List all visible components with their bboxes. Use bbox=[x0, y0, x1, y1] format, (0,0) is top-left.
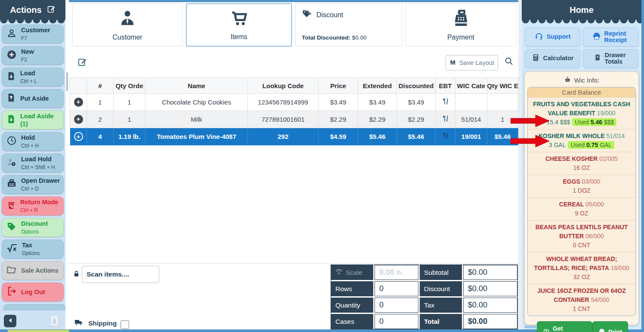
scale-unit: lb. bbox=[396, 269, 403, 276]
header-qty-wic[interactable]: Qty WIC E bbox=[487, 77, 518, 94]
save-layout-button[interactable]: Save Layout bbox=[446, 55, 498, 71]
wic-used-unit: GAL bbox=[600, 141, 612, 148]
print-label: Print bbox=[608, 329, 622, 332]
support-button[interactable]: Support bbox=[525, 28, 580, 46]
get-balance-label: Get Balance bbox=[553, 325, 586, 332]
get-balance-button[interactable]: Get Balance bbox=[537, 321, 592, 332]
table-row-selected[interactable]: + 4 1.19 lb. Tomatoes Plum Vine-4087 292… bbox=[70, 128, 518, 145]
table-row[interactable]: + 1 1 Chocolate Chip Cookies 12345678914… bbox=[70, 94, 518, 111]
cash-register-icon bbox=[6, 178, 17, 191]
sidebar-item-return-mode[interactable]: Return ModeCtrl + R bbox=[2, 197, 64, 215]
sidebar-scrollbar-thumb[interactable] bbox=[66, 72, 68, 91]
file-upload-icon bbox=[6, 92, 16, 105]
sidebar-item-load-aside[interactable]: Load Aside (1) bbox=[2, 111, 64, 129]
scale-value: 0.00lb. bbox=[375, 265, 418, 280]
sidebar-item-load-hold[interactable]: Load HoldCtrl + Shift + H bbox=[2, 154, 64, 172]
sidebar-item-discount[interactable]: DiscountOptions bbox=[2, 218, 64, 237]
sidebar-item-label: Log Out bbox=[21, 289, 45, 295]
reprint-receipt-button[interactable]: Reprint Receipt bbox=[583, 28, 638, 46]
scale-label: Scale bbox=[331, 265, 373, 280]
cell-name: Milk bbox=[146, 111, 248, 128]
scale-value-text: 0.00 bbox=[379, 268, 394, 277]
expand-row-button[interactable]: + bbox=[74, 132, 83, 141]
sidebar-item-load[interactable]: LoadCtrl + L bbox=[2, 68, 64, 86]
sidebar-item-put-aside[interactable]: Put Aside bbox=[2, 89, 64, 108]
wic-used-chip: Used 5.46 $$$ bbox=[572, 118, 616, 126]
home-title: Home bbox=[570, 5, 594, 15]
collapse-sidebar-button[interactable] bbox=[4, 315, 16, 327]
tab-payment[interactable]: Payment bbox=[405, 3, 517, 46]
table-row[interactable]: + 2 1 Milk 727891001601 $2.29 $2.29 $2.2… bbox=[70, 111, 518, 128]
sidebar-item-customer[interactable]: CustomerF7 bbox=[2, 25, 64, 43]
header-price[interactable]: Price bbox=[319, 77, 358, 94]
main-area: Customer Items Discount Total Discounted… bbox=[69, 2, 518, 329]
header-extended[interactable]: Extended bbox=[358, 77, 397, 94]
cell-lookup: 727891001601 bbox=[248, 111, 319, 128]
panel-scrollbar-thumb[interactable] bbox=[524, 326, 536, 328]
cell-price: $2.29 bbox=[319, 111, 358, 128]
tab-discount[interactable]: Discount Total Discounted: $0.00 bbox=[295, 3, 402, 46]
print-button[interactable]: Print bbox=[592, 321, 628, 332]
expand-row-button[interactable]: + bbox=[74, 115, 83, 124]
wic-benefit-code: 02/005 bbox=[599, 155, 618, 162]
support-label: Support bbox=[547, 34, 571, 40]
lock-icon bbox=[73, 270, 80, 280]
drawer-totals-label: Drawer Totals bbox=[605, 52, 628, 65]
wic-benefit-code: 51/014 bbox=[607, 132, 625, 139]
calculator-label: Calculator bbox=[543, 55, 574, 61]
calculator-button[interactable]: Calculator bbox=[525, 49, 580, 68]
cell-lookup: 292 bbox=[248, 128, 319, 145]
header-name[interactable]: Name bbox=[146, 77, 248, 94]
table-header-row: # Qty Orde Name Lookup Code Price Extend… bbox=[70, 77, 518, 94]
grid-toolbar: Save Layout bbox=[69, 50, 518, 75]
rows-value: 0 bbox=[375, 281, 418, 296]
header-lookup-code[interactable]: Lookup Code bbox=[248, 77, 319, 94]
printer-icon bbox=[598, 328, 605, 332]
annotation-arrow-kosher-milk bbox=[511, 135, 549, 147]
expand-row-button[interactable]: + bbox=[74, 98, 83, 107]
header-wic-category[interactable]: WIC Cate bbox=[455, 77, 487, 94]
sidebar-item-clipped[interactable] bbox=[3, 304, 65, 310]
home-panel: Home Support Reprint Receipt Calculator … bbox=[522, 0, 641, 329]
printer-icon bbox=[592, 32, 601, 42]
wic-benefit-qty: 9 OZ bbox=[575, 210, 588, 217]
sidebar-item-hold[interactable]: HoldCtrl + H bbox=[2, 132, 64, 151]
wic-benefit-entry: EGGS 03/000 1 DOZ bbox=[528, 175, 635, 197]
cell-discounted: $3.49 bbox=[397, 94, 436, 111]
tab-items[interactable]: Items bbox=[186, 3, 292, 46]
header-ebt[interactable]: EBT bbox=[436, 77, 455, 94]
scan-items-input[interactable] bbox=[82, 266, 159, 283]
sidebar-item-label: Tax bbox=[22, 242, 32, 249]
drawer-totals-button[interactable]: Drawer Totals bbox=[583, 49, 638, 68]
logout-icon bbox=[6, 286, 17, 298]
actions-title: Actions bbox=[10, 5, 41, 15]
edit-actions-icon[interactable] bbox=[47, 5, 56, 15]
search-icon[interactable] bbox=[504, 56, 514, 68]
sidebar-item-shortcut: Ctrl + Shift + H bbox=[21, 164, 55, 170]
resize-grip[interactable]: || bbox=[50, 315, 59, 326]
sidebar-item-log-out[interactable]: Log Out bbox=[2, 283, 64, 301]
sidebar-item-tax[interactable]: TaxOptions bbox=[2, 240, 64, 258]
shipping-option: Shipping bbox=[73, 317, 129, 329]
wic-used-unit: $$$ bbox=[604, 119, 614, 126]
sidebar-scrollbar[interactable] bbox=[65, 0, 69, 329]
header-qty-ordered[interactable]: Qty Orde bbox=[114, 77, 146, 94]
sidebar-item-sale-actions[interactable]: Sale Actions bbox=[2, 261, 64, 280]
person-icon bbox=[6, 28, 17, 40]
cell-num: 2 bbox=[87, 111, 114, 128]
scale-icon bbox=[335, 268, 343, 277]
tab-label: Items bbox=[230, 33, 247, 41]
total-value: $0.00 bbox=[463, 314, 517, 329]
ebt-fork-knife-icon bbox=[442, 132, 449, 141]
header-num[interactable]: # bbox=[87, 77, 114, 94]
tab-customer[interactable]: Customer bbox=[72, 3, 183, 46]
header-discounted[interactable]: Discounted bbox=[397, 77, 436, 94]
sidebar-item-open-drawer[interactable]: Open DrawerCtrl + D bbox=[2, 175, 64, 194]
reprint-receipt-label: Reprint Receipt bbox=[604, 31, 629, 43]
edit-grid-icon[interactable] bbox=[77, 57, 87, 68]
sidebar-item-new[interactable]: NewF2 bbox=[2, 46, 64, 65]
shipping-checkbox[interactable] bbox=[121, 320, 129, 329]
quantity-label: Quantity bbox=[331, 298, 373, 313]
cell-num: 4 bbox=[87, 128, 114, 145]
wic-used-value: 5.46 bbox=[591, 119, 602, 126]
